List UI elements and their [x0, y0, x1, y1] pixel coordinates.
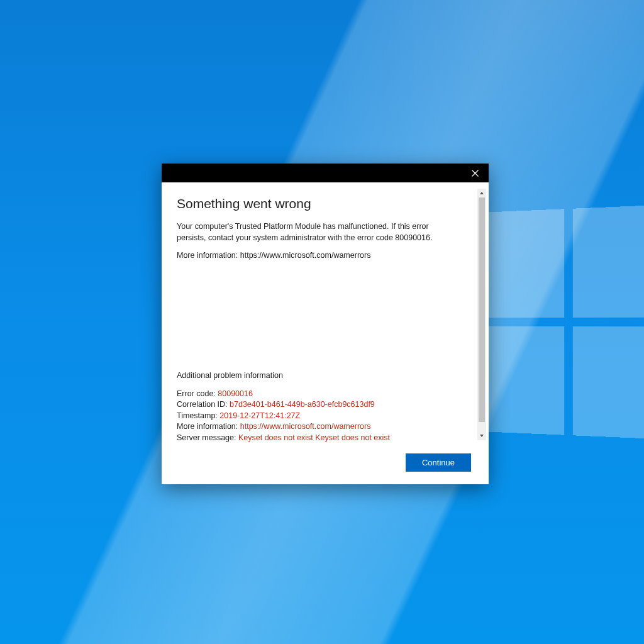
more-info-url: https://www.microsoft.com/wamerrors — [240, 251, 371, 260]
scroll-track[interactable] — [477, 197, 486, 431]
more-info-detail-label: More information: — [177, 422, 240, 431]
svg-marker-2 — [480, 192, 484, 194]
timestamp-line: Timestamp: 2019-12-27T12:41:27Z — [177, 411, 471, 422]
timestamp-label: Timestamp: — [177, 411, 219, 420]
chevron-down-icon — [479, 433, 484, 438]
more-info-label: More information: — [177, 251, 240, 260]
dialog-titlebar — [162, 164, 489, 182]
scrollbar[interactable] — [477, 189, 486, 440]
continue-button[interactable]: Continue — [406, 453, 471, 472]
server-message-label: Server message: — [177, 433, 238, 442]
windows-logo-icon — [462, 204, 644, 440]
server-message-value: Keyset does not exist Keyset does not ex… — [238, 433, 390, 442]
correlation-id-label: Correlation ID: — [177, 400, 230, 409]
error-code-value: 80090016 — [218, 389, 253, 398]
additional-info-heading: Additional problem information — [177, 371, 471, 380]
more-info-detail-value: https://www.microsoft.com/wamerrors — [240, 422, 371, 431]
timestamp-value: 2019-12-27T12:41:27Z — [219, 411, 300, 420]
close-button[interactable] — [461, 164, 489, 182]
error-dialog: Something went wrong Your computer's Tru… — [162, 164, 489, 484]
chevron-up-icon — [479, 191, 484, 196]
more-info-detail-line: More information: https://www.microsoft.… — [177, 421, 471, 433]
scroll-up-arrow[interactable] — [477, 189, 486, 197]
scroll-down-arrow[interactable] — [477, 431, 486, 440]
scroll-thumb[interactable] — [479, 197, 485, 422]
error-code-line: Error code: 80090016 — [177, 389, 471, 400]
svg-marker-3 — [480, 435, 484, 437]
error-details: Error code: 80090016 Correlation ID: b7d… — [177, 389, 471, 444]
dialog-body: Something went wrong Your computer's Tru… — [162, 182, 489, 484]
server-message-line: Server message: Keyset does not exist Ke… — [177, 433, 471, 444]
dialog-footer: Continue — [177, 453, 471, 472]
error-code-label: Error code: — [177, 389, 218, 398]
more-info-line: More information: https://www.microsoft.… — [177, 251, 471, 260]
error-message: Your computer's Trusted Platform Module … — [177, 221, 471, 243]
close-icon — [472, 170, 479, 177]
dialog-heading: Something went wrong — [177, 196, 471, 211]
correlation-id-value: b7d3e401-b461-449b-a630-efcb9c613df9 — [230, 400, 375, 409]
correlation-id-line: Correlation ID: b7d3e401-b461-449b-a630-… — [177, 399, 471, 411]
